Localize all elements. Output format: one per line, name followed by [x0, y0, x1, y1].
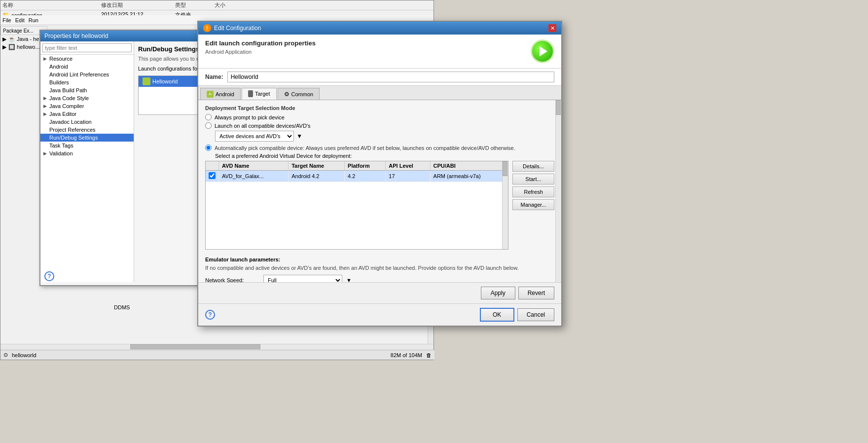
radio-label-auto-pick: Automatically pick compatible device: Al… [215, 145, 515, 151]
dialog-body: Edit launch configuration properties And… [198, 35, 561, 326]
dialog-ok-footer: ? OK Cancel [198, 303, 561, 326]
expand-arrow: ▶ [43, 104, 49, 109]
tree-resource[interactable]: ▶ Resource [40, 55, 134, 63]
target-name-cell: Android 4.2 [289, 171, 345, 182]
h-scrollbar[interactable] [0, 344, 434, 350]
close-button[interactable]: ✕ [548, 24, 556, 32]
col-platform: Platform [345, 161, 386, 171]
filter-area [40, 41, 134, 55]
tree-task-tags[interactable]: Task Tags [40, 142, 134, 149]
radio-auto-pick[interactable] [205, 145, 212, 151]
memory-usage: 82M of 104M [391, 352, 422, 358]
tab-android[interactable]: A Android [200, 88, 241, 100]
phone-tab-icon [248, 90, 253, 97]
apply-button[interactable]: Apply [481, 287, 515, 299]
expand-arrow: ▶ [43, 56, 49, 61]
tree-project-refs[interactable]: Project References [40, 126, 134, 134]
content-scroll-track[interactable] [555, 100, 561, 282]
col-target-name: Target Name [289, 161, 345, 171]
api-level-cell: 17 [386, 171, 430, 182]
name-input[interactable] [227, 72, 554, 82]
dialog-help-icon[interactable]: ? [205, 310, 215, 320]
platform-cell: 4.2 [345, 171, 386, 182]
emulator-note: If no compatible and active devices or A… [205, 264, 554, 272]
tab-common[interactable]: ⚙ Common [278, 88, 320, 100]
play-triangle [540, 46, 547, 56]
dialog-title-icon: ! [203, 24, 211, 32]
network-speed-row: Network Speed: Full ▼ [205, 275, 554, 282]
revert-button[interactable]: Revert [518, 287, 554, 299]
devices-dropdown-row: Active devices and AVD's ▼ [215, 131, 554, 142]
expand-arrow: ▶ [43, 96, 49, 101]
tree-android[interactable]: Android [40, 63, 134, 71]
avd-table-area: AVD Name Target Name Platform API Level … [205, 161, 508, 253]
content-scroll-thumb[interactable] [556, 100, 561, 115]
expand-arrow: ▶ [43, 151, 49, 156]
network-speed-label: Network Speed: [205, 277, 259, 282]
tree-java-code-style[interactable]: ▶ Java Code Style [40, 94, 134, 102]
table-scroll-track[interactable] [502, 161, 508, 249]
dialog-apply-footer: Apply Revert [198, 282, 561, 303]
filter-input[interactable] [42, 43, 132, 52]
radio-row-always-prompt: Always prompt to pick device [205, 114, 554, 120]
tree-validation[interactable]: ▶ Validation [40, 149, 134, 157]
dialog-header-text: Edit launch configuration properties And… [205, 39, 531, 55]
tree-builders[interactable]: Builders [40, 78, 134, 86]
titlebar-left: ! Edit Configuration [203, 24, 261, 32]
avd-table: AVD Name Target Name Platform API Level … [206, 161, 508, 182]
tab-target[interactable]: Target [242, 88, 277, 100]
cancel-button[interactable]: Cancel [517, 308, 554, 321]
tabs-bar: A Android Target ⚙ Common [198, 86, 561, 100]
footer-left: ? [205, 310, 480, 320]
devices-dropdown[interactable]: Active devices and AVD's [215, 131, 294, 142]
run-icon [531, 39, 554, 63]
radio-row-auto-pick: Automatically pick compatible device: Al… [205, 145, 554, 151]
radio-always-prompt[interactable] [205, 114, 212, 120]
edit-configuration-dialog: ! Edit Configuration ✕ Edit launch confi… [197, 21, 562, 327]
target-section: AVD Name Target Name Platform API Level … [205, 161, 554, 253]
start-button[interactable]: Start... [512, 174, 554, 185]
radio-launch-all[interactable] [205, 122, 212, 129]
expand-arrow: ▶ [43, 111, 49, 116]
avd-row[interactable]: AVD_for_Galax... Android 4.2 4.2 17 ARM … [206, 171, 508, 182]
name-row: Name: [198, 69, 561, 86]
tree-java-compiler[interactable]: ▶ Java Compiler [40, 102, 134, 110]
preferred-avd-label: Select a preferred Android Virtual Devic… [215, 153, 554, 159]
col-name: 名称 [2, 1, 101, 9]
network-speed-dropdown[interactable]: Full [263, 275, 342, 282]
h-scrollbar-thumb[interactable] [130, 344, 260, 349]
col-cpu-abi: CPU/ABI [430, 161, 507, 171]
tree-lint[interactable]: Android Lint Preferences [40, 71, 134, 78]
radio-group: Always prompt to pick device Launch on a… [205, 114, 554, 151]
table-scroll-thumb[interactable] [503, 161, 507, 176]
help-icon[interactable]: ? [44, 271, 54, 281]
avd-action-buttons: Details... Start... Refresh Manager... [512, 161, 554, 253]
ok-button[interactable]: OK [480, 308, 514, 322]
gc-icon: 🗑 [426, 352, 432, 358]
avd-checkbox[interactable] [209, 172, 216, 179]
file-table-header: 名称 修改日期 类型 大小 [0, 0, 434, 10]
radio-row-launch-all: Launch on all compatible devices/AVD's [205, 122, 554, 129]
tree-java-build-path[interactable]: Java Build Path [40, 86, 134, 94]
manager-button[interactable]: Manager... [512, 199, 554, 210]
props-sidebar: ▶ Resource Android Android Lint Preferen… [40, 41, 134, 282]
android-tab-icon: A [207, 91, 214, 98]
details-button[interactable]: Details... [512, 161, 554, 172]
avd-table-container: AVD Name Target Name Platform API Level … [205, 161, 508, 250]
refresh-button[interactable]: Refresh [512, 186, 554, 197]
header-subtitle: Android Application [205, 49, 531, 55]
cpu-abi-cell: ARM (armeabi-v7a) [430, 171, 507, 182]
props-help-icon[interactable]: ? [44, 271, 54, 281]
tree-javadoc[interactable]: Javadoc Location [40, 118, 134, 126]
emulator-title: Emulator launch parameters: [205, 257, 554, 262]
dropdown-arrow: ▼ [296, 133, 302, 140]
radio-label-always-prompt: Always prompt to pick device [215, 114, 285, 120]
ddms-label: DDMS [114, 304, 130, 310]
col-size: 大小 [215, 1, 254, 9]
tree-run-debug[interactable]: Run/Debug Settings [40, 134, 134, 142]
tree-java-editor[interactable]: ▶ Java Editor [40, 110, 134, 118]
project-name: helloworld [12, 352, 36, 358]
tree-helloworld[interactable]: ▶ 🔲 hellowo... [2, 44, 40, 50]
col-type: 类型 [175, 1, 215, 9]
dialog-title: Edit Configuration [214, 25, 261, 32]
